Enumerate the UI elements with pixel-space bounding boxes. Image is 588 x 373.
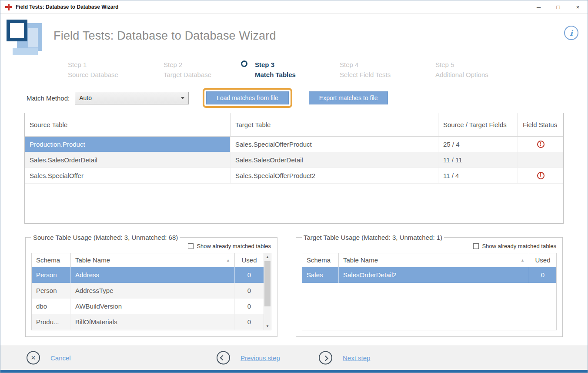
source-table-usage-groupbox: Source Table Usage (Matched: 3, Unmatche… — [25, 234, 277, 337]
target-table-cell[interactable]: Sales.SalesOrderDetail — [231, 152, 438, 168]
source-table-cell[interactable]: Sales.SalesOrderDetail — [25, 152, 231, 168]
logo-front-square — [7, 20, 27, 41]
app-logo — [7, 20, 43, 55]
used-cell[interactable]: 0 — [235, 314, 264, 330]
column-header-fields: Source / Target Fields — [438, 113, 518, 137]
target-table-cell[interactable]: Sales.SpecialOfferProduct2 — [231, 168, 438, 184]
wizard-steps: Step 1 Source Database Step 2 Target Dat… — [68, 60, 579, 80]
export-wrap: Export matches to file — [309, 91, 388, 104]
scrollbar-thumb[interactable] — [264, 261, 271, 306]
table-name-cell[interactable]: AWBuildVersion — [71, 299, 235, 314]
previous-step-button[interactable]: Previous step — [217, 351, 280, 364]
step-label: Target Database — [164, 70, 255, 80]
column-header-schema[interactable]: Schema — [32, 253, 71, 267]
target-table-cell[interactable]: Sales.SpecialOfferProduct — [231, 137, 438, 152]
window-bottom-accent — [0, 370, 588, 373]
logo-bottom-bar — [13, 48, 38, 55]
app-icon — [5, 4, 12, 10]
schema-cell[interactable]: Person — [32, 267, 71, 283]
cancel-label: Cancel — [50, 354, 71, 361]
table-name-cell[interactable]: SalesOrderDetail2 — [339, 267, 529, 283]
column-header-table-name[interactable]: Table Name ▲ — [71, 253, 235, 267]
used-cell[interactable]: 0 — [235, 283, 264, 299]
step-label: Match Tables — [255, 70, 340, 80]
load-matches-button[interactable]: Load matches from file — [206, 91, 289, 104]
match-toolbar: Match Method: Auto Load matches from fil… — [27, 87, 388, 109]
cancel-button[interactable]: × Cancel — [27, 351, 71, 364]
current-step-circle-icon — [241, 60, 247, 67]
footer-bar: × Cancel Previous step Next step — [0, 345, 588, 370]
step-name: Step 5 — [435, 60, 531, 70]
close-button[interactable]: × — [568, 0, 588, 13]
column-header-target-table: Target Table — [231, 113, 438, 137]
show-matched-checkbox[interactable] — [188, 243, 194, 249]
table-name-cell[interactable]: AddressType — [71, 283, 235, 299]
used-cell[interactable]: 0 — [235, 299, 264, 314]
maximize-button[interactable]: □ — [548, 0, 568, 13]
show-matched-checkbox[interactable] — [473, 243, 479, 249]
sort-ascending-icon: ▲ — [226, 258, 230, 262]
table-name-cell[interactable]: Address — [71, 267, 235, 283]
step-label: Select Field Tests — [340, 70, 435, 80]
source-usage-title: Source Table Usage (Matched: 3, Unmatche… — [31, 234, 180, 241]
fields-cell[interactable]: 11 / 11 — [438, 152, 518, 168]
dropdown-arrow-icon — [181, 97, 184, 99]
schema-cell[interactable]: Person — [32, 283, 71, 299]
scroll-down-icon[interactable]: ▼ — [264, 323, 271, 330]
schema-cell[interactable]: Produ... — [32, 314, 71, 330]
chevron-left-icon — [217, 351, 230, 364]
schema-cell[interactable]: Sales — [302, 267, 339, 283]
info-icon[interactable]: i — [564, 26, 578, 40]
minimize-button[interactable]: ─ — [529, 0, 548, 13]
match-table: Source Table Target Table Source / Targe… — [24, 113, 564, 224]
step-label: Additional Options — [435, 70, 531, 80]
field-status-cell[interactable]: ! — [518, 137, 563, 152]
export-matches-button[interactable]: Export matches to file — [309, 91, 388, 104]
scroll-up-icon[interactable]: ▲ — [264, 253, 271, 261]
match-method-value: Auto — [79, 94, 92, 101]
show-matched-label[interactable]: Show already matched tables — [197, 243, 271, 249]
field-status-cell[interactable]: ! — [518, 168, 563, 184]
column-header-field-status: Field Status — [518, 113, 563, 137]
annotation-highlight: Load matches from file — [203, 88, 292, 108]
step-name: Step 3 — [255, 60, 340, 70]
show-matched-label[interactable]: Show already matched tables — [482, 243, 556, 249]
column-header-source-table: Source Table — [25, 113, 231, 137]
window-title: Field Tests: Database to Database Wizard — [16, 4, 118, 10]
next-step-label: Next step — [343, 354, 370, 361]
column-header-schema[interactable]: Schema — [302, 253, 339, 267]
window-controls: ─ □ × — [529, 0, 588, 13]
used-cell[interactable]: 0 — [529, 267, 556, 283]
source-show-matched-row: Show already matched tables — [31, 243, 271, 249]
next-step-button[interactable]: Next step — [319, 351, 370, 364]
wizard-step-3-current[interactable]: Step 3 Match Tables — [255, 60, 340, 80]
wizard-step-4[interactable]: Step 4 Select Field Tests — [340, 60, 435, 80]
source-table-cell[interactable]: Sales.SpecialOffer — [25, 168, 231, 184]
target-usage-table: Schema Table Name ▲ Used Sales SalesOrde… — [302, 253, 557, 330]
field-status-error-icon: ! — [537, 141, 545, 148]
source-usage-table: Schema Table Name ▲ Used Person Address … — [31, 253, 271, 330]
vertical-scrollbar[interactable]: ▲ ▼ — [264, 253, 271, 330]
app-window: Field Tests: Database to Database Wizard… — [0, 0, 588, 373]
column-header-used[interactable]: Used — [235, 253, 264, 267]
wizard-step-1[interactable]: Step 1 Source Database — [68, 60, 164, 80]
step-name: Step 4 — [340, 60, 435, 70]
target-table-usage-groupbox: Target Table Usage (Matched: 3, Unmatche… — [296, 234, 563, 337]
step-name: Step 1 — [68, 60, 164, 70]
previous-step-label: Previous step — [241, 354, 280, 361]
sort-ascending-icon: ▲ — [521, 258, 525, 262]
match-method-dropdown[interactable]: Auto — [75, 92, 189, 104]
fields-cell[interactable]: 11 / 4 — [438, 168, 518, 184]
field-status-error-icon: ! — [537, 172, 545, 179]
schema-cell[interactable]: dbo — [32, 299, 71, 314]
column-header-used[interactable]: Used — [529, 253, 556, 267]
source-table-cell[interactable]: Production.Product — [25, 137, 231, 152]
used-cell[interactable]: 0 — [235, 267, 264, 283]
step-label: Source Database — [68, 70, 164, 80]
wizard-step-5[interactable]: Step 5 Additional Options — [435, 60, 531, 80]
table-name-cell[interactable]: BillOfMaterials — [71, 314, 235, 330]
fields-cell[interactable]: 25 / 4 — [438, 137, 518, 152]
cancel-icon: × — [27, 351, 40, 364]
field-status-cell[interactable] — [518, 152, 563, 168]
column-header-table-name[interactable]: Table Name ▲ — [339, 253, 529, 267]
